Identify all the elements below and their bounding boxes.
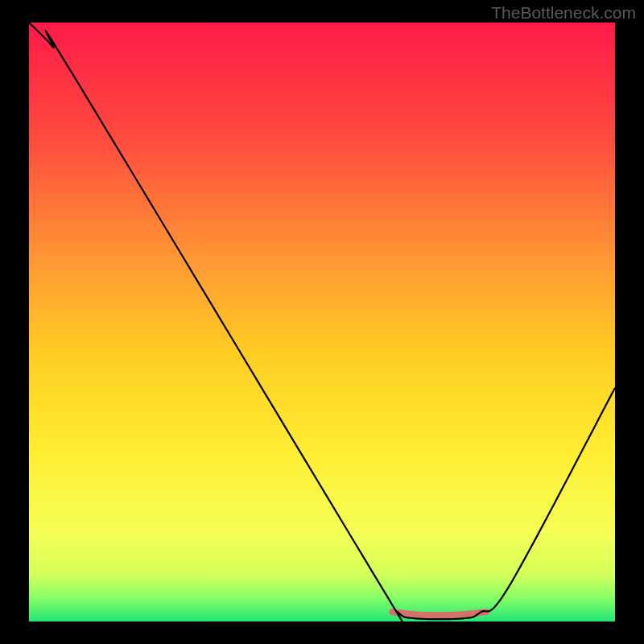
chart-container: TheBottleneck.com: [0, 0, 644, 644]
attribution-text: TheBottleneck.com: [491, 3, 636, 23]
optimal-range-marker: [392, 612, 485, 615]
chart-svg: [29, 23, 615, 621]
plot-area: [29, 23, 615, 621]
gradient-background: [29, 23, 615, 621]
